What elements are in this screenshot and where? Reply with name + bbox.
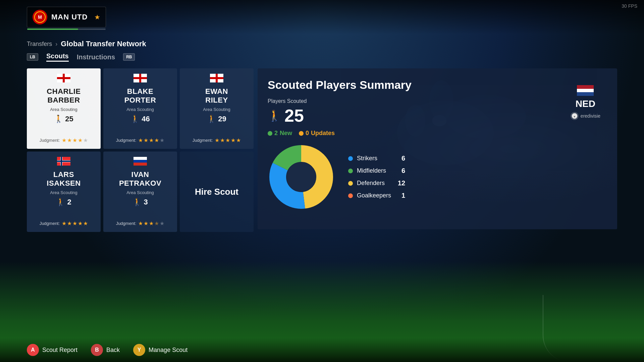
scouted-number: 25 <box>284 106 304 126</box>
hire-scout-card[interactable]: Hire Scout <box>180 152 254 232</box>
club-name: MAN UTD <box>51 13 88 21</box>
scout-role-ivan-petrakov: Area Scouting <box>126 190 154 195</box>
scout-stat-icon-2: 🚶 <box>130 115 140 123</box>
svg-rect-26 <box>577 92 594 96</box>
top-bar: M MAN UTD ★ <box>0 0 644 34</box>
breakdown-item-goalkeepers: Goalkeepers 1 <box>348 192 405 199</box>
strikers-dot <box>348 156 353 161</box>
scout-stat-icon-3: 🚶 <box>207 115 216 123</box>
right-bumper[interactable]: RB <box>123 53 135 61</box>
scout-card-charlie-barber[interactable]: CHARLIEBARBER Area Scouting 🚶 25 Judgmen… <box>27 68 101 149</box>
midfielders-count: 6 <box>395 167 405 175</box>
judgment-label-3: Judgment: <box>193 138 213 143</box>
scout-name-ewan-riley: EWANRILEY <box>205 87 228 105</box>
stars-charlie-barber: ★ ★ ★ ★ ★ <box>62 137 88 143</box>
left-bumper[interactable]: LB <box>27 53 38 61</box>
club-badge: M MAN UTD ★ <box>27 7 106 27</box>
players-scouted-label: Players Scouted <box>268 98 607 104</box>
defenders-count: 12 <box>395 179 405 187</box>
scout-card-ewan-riley[interactable]: EWANRILEY Area Scouting 🚶 29 Judgment: ★… <box>180 68 254 149</box>
scout-role-charlie-barber: Area Scouting <box>50 107 77 112</box>
updates-label: Updates <box>311 130 335 137</box>
scouted-icon: 🚶 <box>268 109 281 122</box>
stars-lars-isaksen: ★ ★ ★ ★ ★ <box>62 220 88 227</box>
scout-card-ivan-petrakov[interactable]: IVANPETRAKOV Area Scouting 🚶 3 Judgment:… <box>103 152 177 232</box>
scout-stat-ewan-riley: 🚶 29 <box>207 115 226 123</box>
scout-flag-england-2 <box>133 74 147 84</box>
svg-rect-17 <box>133 160 147 163</box>
bottom-action-manage-scout[interactable]: Y Manage Scout <box>133 344 187 356</box>
bottom-bar: A Scout Report B Back Y Manage Scout <box>0 338 644 362</box>
ned-flag-area: NED e eredivisie <box>571 85 600 120</box>
stars-blake-porter: ★ ★ ★ ★ ★ <box>138 137 164 143</box>
breakdown-list: Strikers 6 Midfielders 6 Defenders 12 <box>348 155 405 199</box>
judgment-label-5: Judgment: <box>116 221 137 226</box>
eredivisie-badge: e eredivisie <box>571 112 600 120</box>
judgment-row-blake-porter: Judgment: ★ ★ ★ ★ ★ <box>116 137 165 143</box>
scout-name-charlie-barber: CHARLIEBARBER <box>47 87 80 105</box>
svg-rect-16 <box>133 157 147 160</box>
judgment-label: Judgment: <box>40 138 60 143</box>
summary-title: Scouted Players Summary <box>268 78 607 92</box>
strikers-label: Strikers <box>357 155 391 162</box>
updates-count: 0 <box>306 130 309 137</box>
judgment-label-2: Judgment: <box>116 138 137 143</box>
scout-stat-icon-5: 🚶 <box>132 198 142 206</box>
goalkeepers-label: Goalkeepers <box>357 192 391 199</box>
new-dot-icon <box>268 131 272 136</box>
updates-dot-icon <box>299 131 304 136</box>
bottom-action-back[interactable]: B Back <box>91 344 120 356</box>
judgment-row-ivan-petrakov: Judgment: ★ ★ ★ ★ ★ <box>116 220 165 227</box>
judgment-label-4: Judgment: <box>40 221 60 226</box>
scout-report-label: Scout Report <box>42 347 77 354</box>
scouts-grid: CHARLIEBARBER Area Scouting 🚶 25 Judgmen… <box>27 68 254 229</box>
new-label: New <box>280 130 292 137</box>
manage-scout-label: Manage Scout <box>149 347 187 354</box>
svg-rect-7 <box>133 77 147 79</box>
scout-flag-norway <box>57 157 70 168</box>
tabs-bar: LB Scouts Instructions RB <box>0 48 644 62</box>
scout-card-blake-porter[interactable]: BLAKEPORTER Area Scouting 🚶 46 Judgment:… <box>103 68 177 149</box>
scout-stat-blake-porter: 🚶 46 <box>130 115 150 123</box>
scout-role-blake-porter: Area Scouting <box>126 107 154 112</box>
scout-role-lars-isaksen: Area Scouting <box>50 190 77 195</box>
updates-badge: 0 Updates <box>299 130 335 137</box>
scout-stat-icon-4: 🚶 <box>56 198 65 206</box>
goalkeepers-count: 1 <box>395 192 405 199</box>
svg-rect-14 <box>57 161 70 162</box>
new-count: 2 <box>274 130 278 137</box>
breadcrumb-separator: › <box>55 41 57 48</box>
breadcrumb-current: Global Transfer Network <box>61 40 146 48</box>
scout-stat-lars-isaksen: 🚶 2 <box>56 198 71 206</box>
defenders-label: Defenders <box>357 180 391 187</box>
scout-flag-england-1 <box>57 74 70 84</box>
judgment-row-charlie-barber: Judgment: ★ ★ ★ ★ ★ <box>40 137 88 143</box>
y-button[interactable]: Y <box>133 344 145 356</box>
judgment-row-ewan-riley: Judgment: ★ ★ ★ ★ ★ <box>193 137 241 143</box>
scout-name-ivan-petrakov: IVANPETRAKOV <box>119 170 161 188</box>
breadcrumb: Transfers › Global Transfer Network <box>0 34 644 48</box>
players-scouted-count-row: 🚶 25 <box>268 106 607 126</box>
b-button[interactable]: B <box>91 344 103 356</box>
scout-flag-russia <box>133 157 147 168</box>
breakdown-item-strikers: Strikers 6 <box>348 155 405 162</box>
content-area: CHARLIEBARBER Area Scouting 🚶 25 Judgmen… <box>0 62 644 236</box>
scout-stat-icon: 🚶 <box>54 115 63 123</box>
svg-text:M: M <box>38 14 42 20</box>
tab-instructions[interactable]: Instructions <box>77 53 115 61</box>
club-icon: M <box>33 10 47 24</box>
midfielders-dot <box>348 169 353 173</box>
new-badge: 2 New <box>268 130 292 137</box>
bottom-action-scout-report[interactable]: A Scout Report <box>27 344 77 356</box>
a-button[interactable]: A <box>27 344 39 356</box>
scout-stat-ivan-petrakov: 🚶 3 <box>132 198 148 206</box>
fps-counter: 30 FPS <box>622 3 637 9</box>
breakdown-item-midfielders: Midfielders 6 <box>348 167 405 175</box>
summary-panel: NED e eredivisie Scouted Players Summary <box>258 68 617 229</box>
stars-ivan-petrakov: ★ ★ ★ ★ ★ <box>138 220 164 227</box>
back-label: Back <box>106 347 120 354</box>
svg-point-34 <box>286 162 316 192</box>
scout-card-lars-isaksen[interactable]: LARSISAKSEN Area Scouting 🚶 2 Judgment: … <box>27 152 101 232</box>
tab-scouts[interactable]: Scouts <box>46 52 69 62</box>
svg-rect-25 <box>577 89 594 92</box>
